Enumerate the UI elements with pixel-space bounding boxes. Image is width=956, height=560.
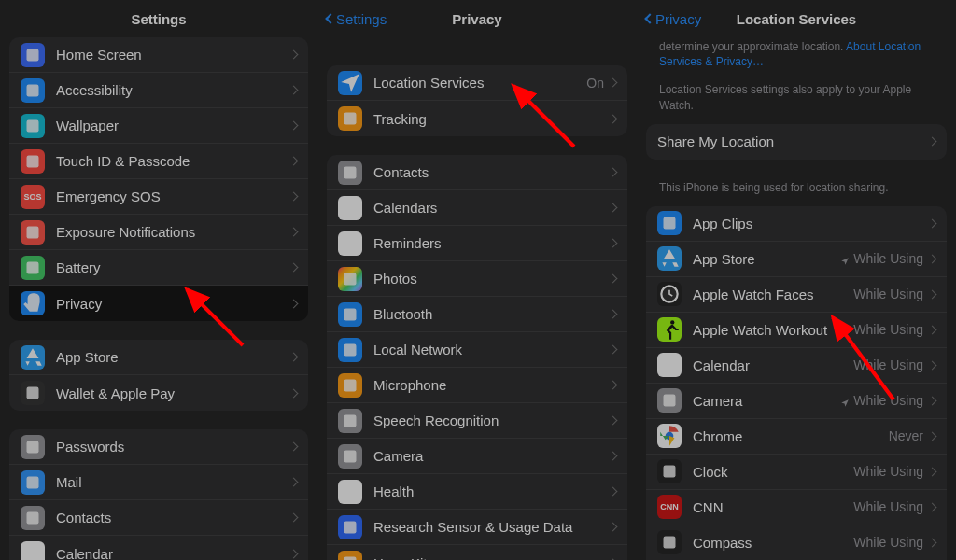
svg-rect-24 — [664, 217, 676, 230]
location-app-clock[interactable]: ClockWhile Using — [646, 455, 947, 490]
row-label: Calendar — [693, 357, 853, 373]
row-label: Microphone — [373, 377, 610, 393]
cal-icon — [21, 541, 45, 560]
chevron-right-icon — [289, 228, 299, 237]
back-to-privacy[interactable]: Privacy — [646, 11, 701, 27]
svg-rect-32 — [664, 537, 676, 549]
svg-rect-5 — [27, 261, 39, 273]
share-my-location-row[interactable]: Share My Location — [646, 124, 947, 160]
row-label: Location Services — [373, 75, 586, 91]
settings-row-battery[interactable]: Battery — [9, 250, 308, 286]
privacy-row-research-sensor-usage-data[interactable]: Research Sensor & Usage Data — [327, 510, 627, 545]
row-label: Tracking — [373, 111, 610, 127]
share-footer: This iPhone is being used for location s… — [646, 178, 947, 206]
settings-row-exposure-notifications[interactable]: Exposure Notifications — [9, 215, 308, 250]
chevron-right-icon — [609, 310, 618, 319]
location-app-camera[interactable]: CameraWhile Using — [646, 384, 947, 419]
astore-icon — [21, 345, 45, 370]
chevron-right-icon — [289, 263, 299, 273]
privacy-row-health[interactable]: Health — [327, 474, 627, 510]
svg-rect-6 — [27, 387, 39, 399]
privacy-row-tracking[interactable]: Tracking — [327, 101, 627, 136]
photo-icon — [338, 267, 362, 291]
row-label: Exposure Notifications — [56, 224, 290, 240]
chevron-right-icon — [928, 396, 937, 405]
svg-rect-2 — [27, 119, 39, 132]
privacy-row-calendars[interactable]: Calendars — [327, 190, 627, 226]
privacy-row-location-services[interactable]: Location ServicesOn — [327, 65, 627, 101]
settings-row-home-screen[interactable]: Home Screen — [9, 37, 308, 73]
settings-row-accessibility[interactable]: Accessibility — [9, 73, 308, 108]
location-app-chrome[interactable]: ChromeNever — [646, 419, 947, 455]
svg-rect-19 — [344, 414, 357, 427]
key-icon — [21, 435, 45, 459]
privacy-row-homekit[interactable]: HomeKit — [327, 545, 627, 560]
svg-rect-18 — [344, 379, 357, 391]
chevron-right-icon — [289, 50, 299, 60]
row-label: Speech Recognition — [373, 413, 610, 428]
settings-row-wallet-apple-pay[interactable]: Wallet & Apple Pay — [9, 375, 308, 411]
row-value: While Using — [853, 287, 923, 301]
location-app-apple-watch-workout[interactable]: Apple Watch WorkoutWhile Using — [646, 313, 947, 348]
privacy-row-camera[interactable]: Camera — [327, 439, 627, 474]
settings-row-touch-id-passcode[interactable]: Touch ID & Passcode — [9, 144, 308, 179]
settings-row-emergency-sos[interactable]: SOSEmergency SOS — [9, 179, 308, 215]
settings-row-calendar[interactable]: Calendar — [9, 536, 308, 560]
settings-row-wallpaper[interactable]: Wallpaper — [9, 108, 308, 144]
svg-rect-22 — [344, 521, 357, 533]
svg-rect-11 — [344, 113, 357, 125]
location-app-app-clips[interactable]: App Clips — [646, 206, 947, 242]
mic-icon — [338, 373, 362, 398]
row-label: Reminders — [373, 235, 610, 251]
location-app-cnn[interactable]: CNNCNNWhile Using — [646, 490, 947, 525]
settings-header: Settings — [0, 0, 317, 37]
chevron-right-icon — [609, 345, 618, 355]
location-app-apple-watch-faces[interactable]: Apple Watch FacesWhile Using — [646, 277, 947, 313]
loc-icon — [338, 71, 362, 95]
svg-point-26 — [670, 321, 674, 325]
location-app-app-store[interactable]: App StoreWhile Using — [646, 242, 947, 277]
compass-icon — [657, 530, 682, 554]
row-label: App Store — [56, 349, 290, 365]
row-label: Emergency SOS — [56, 189, 290, 204]
location-intro-text: determine your approximate location. Abo… — [646, 37, 947, 80]
location-app-compass[interactable]: CompassWhile Using — [646, 525, 947, 560]
row-label: Privacy — [56, 296, 290, 312]
chevron-right-icon — [289, 353, 299, 362]
back-to-settings[interactable]: Settings — [327, 11, 387, 27]
settings-row-contacts[interactable]: Contacts — [9, 500, 308, 536]
privacy-header: Settings Privacy — [317, 0, 637, 37]
settings-row-mail[interactable]: Mail — [9, 465, 308, 500]
speech-icon — [338, 409, 362, 433]
grid-icon — [21, 43, 45, 67]
track-icon — [338, 106, 362, 131]
about-location-link[interactable]: About Location Services & Privacy… — [659, 40, 921, 68]
finger-icon — [21, 149, 45, 174]
row-label: Research Sensor & Usage Data — [373, 519, 610, 535]
settings-row-passwords[interactable]: Passwords — [9, 429, 308, 465]
settings-row-privacy[interactable]: Privacy — [9, 286, 308, 321]
settings-row-app-store[interactable]: App Store — [9, 340, 308, 375]
privacy-row-local-network[interactable]: Local Network — [327, 332, 627, 368]
privacy-row-reminders[interactable]: Reminders — [327, 226, 627, 261]
privacy-row-speech-recognition[interactable]: Speech Recognition — [327, 403, 627, 439]
chevron-right-icon — [289, 388, 299, 398]
location-indicator-icon — [840, 254, 850, 263]
privacy-row-microphone[interactable]: Microphone — [327, 368, 627, 403]
privacy-row-bluetooth[interactable]: Bluetooth — [327, 297, 627, 332]
svg-rect-14 — [344, 237, 357, 249]
watch-icon — [657, 282, 682, 306]
privacy-row-contacts[interactable]: Contacts — [327, 155, 627, 190]
svg-rect-17 — [344, 343, 357, 356]
chevron-right-icon — [928, 289, 937, 299]
chevron-right-icon — [289, 549, 299, 558]
hand-icon — [21, 291, 45, 315]
chevron-left-icon — [325, 13, 335, 23]
svg-rect-21 — [344, 485, 357, 497]
row-label: Apple Watch Faces — [693, 287, 853, 302]
privacy-row-photos[interactable]: Photos — [327, 261, 627, 297]
location-app-calendar[interactable]: CalendarWhile Using — [646, 348, 947, 384]
home-icon — [338, 551, 362, 560]
svg-rect-23 — [344, 557, 357, 561]
row-label: Compass — [693, 535, 853, 551]
